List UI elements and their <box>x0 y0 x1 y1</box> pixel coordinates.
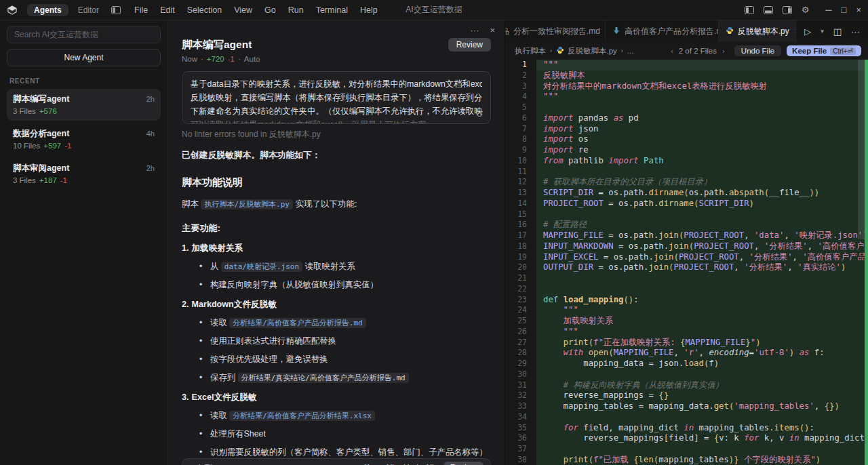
agent-name: 脚本编写agent <box>13 94 69 105</box>
editor-tab[interactable]: 品分析一致性审阅报告.md● <box>505 20 606 42</box>
toggle-left-panel-icon[interactable] <box>745 6 754 14</box>
editor-actions: ▷▾◫··· <box>796 20 868 42</box>
chat-title: 脚本编写agent <box>182 38 252 52</box>
line-content: print(f"正在加载映射关系: {MAPPING_FILE}") <box>536 338 868 348</box>
layout-panel-icon[interactable] <box>111 6 121 14</box>
editor-more-icon[interactable]: ··· <box>851 26 860 37</box>
recent-agent-item[interactable]: 数据分析agent4h10 Files+597-1 <box>7 123 161 155</box>
next-file-icon[interactable]: › <box>722 47 725 55</box>
code-line: 12# 获取脚本所在目录的父目录（项目根目录） <box>505 177 868 188</box>
review-button[interactable]: Review <box>448 38 491 52</box>
line-number: 32 <box>505 390 536 401</box>
editor-tab[interactable]: 高价值客户产品分析报告.md <box>606 20 719 42</box>
settings-gear-icon[interactable]: ⚙ <box>802 5 810 15</box>
breadcrumb-item[interactable]: ... <box>627 47 634 55</box>
line-content: # 获取脚本所在目录的父目录（项目根目录） <box>536 177 868 188</box>
bullet-dot: • <box>199 317 210 329</box>
recent-agent-item[interactable]: 脚本审阅agent2h3 Files+187-1 <box>7 158 161 190</box>
menu-selection[interactable]: Selection <box>187 5 222 15</box>
line-content: 加载映射关系 <box>536 316 868 327</box>
line-number: 1 <box>505 60 536 70</box>
menu-edit[interactable]: Edit <box>160 5 175 15</box>
feature-item: 1.加载映射关系•从 data/映射记录.json 读取映射关系•构建反向映射字… <box>182 243 491 291</box>
run-file-icon[interactable]: ▷ <box>804 26 811 37</box>
feature-bullet: •使用正则表达式进行精确匹配替换 <box>199 336 491 347</box>
editor-scrollbar[interactable] <box>858 60 865 239</box>
line-content: import pandas as pd <box>536 113 868 124</box>
chat-bottom: › 1 File Keep All Undo All Review ∞ Agen… <box>182 458 491 465</box>
line-content: mapping_tables = mapping_data.get('mappi… <box>536 401 868 412</box>
line-content: with open(MAPPING_FILE, 'r', encoding='u… <box>536 348 868 359</box>
new-agent-button[interactable]: New Agent <box>7 49 161 66</box>
search-input[interactable] <box>7 26 161 43</box>
keep-file-shortcut: Ctrl+⏎ <box>830 47 856 55</box>
line-content <box>536 412 868 423</box>
menu-run[interactable]: Run <box>288 5 304 15</box>
agent-chat-panel: ··· × 脚本编写agent Review Now· +720 -1· Aut… <box>168 20 505 465</box>
line-number: 23 <box>505 295 536 306</box>
feature-item: 3.Excel文件反脱敏•读取 分析结果/高价值客户产品分析结果.xlsx•处理… <box>182 392 491 458</box>
line-number: 9 <box>505 145 536 156</box>
line-content <box>536 102 868 113</box>
code-line: 36 reverse_mappings[field] = {v: k for k… <box>505 433 868 444</box>
menu-view[interactable]: View <box>234 5 252 15</box>
line-content: for field, mapping_dict in mapping_table… <box>536 423 868 434</box>
line-content: """ <box>536 327 868 338</box>
restore-message-icon[interactable]: ↺ <box>476 109 484 119</box>
bullet-dot: • <box>199 372 210 384</box>
keep-file-button[interactable]: Keep File Ctrl+⏎ <box>787 45 861 56</box>
recent-agent-item[interactable]: 脚本编写agent2h3 Files+576 <box>7 89 161 121</box>
linter-note: No linter errors found in 反脱敏脚本.py <box>182 129 491 140</box>
agent-stats: 10 Files+597-1 <box>13 142 155 150</box>
tab-label: 反脱敏脚本.py <box>738 26 789 37</box>
code-line: 13SCRIPT_DIR = os.path.dirname(os.path.a… <box>505 188 868 199</box>
breadcrumb-item[interactable]: 执行脚本 <box>515 46 546 56</box>
maximize-button[interactable]: □ <box>842 5 847 15</box>
breadcrumb-separator: › <box>621 47 623 54</box>
menu-terminal[interactable]: Terminal <box>316 5 348 15</box>
run-dropdown-icon[interactable]: ▾ <box>821 28 824 35</box>
bullet-dot: • <box>199 261 210 272</box>
features-heading: 主要功能: <box>182 222 491 235</box>
line-number: 15 <box>505 209 536 220</box>
code-line: 24 """ <box>505 305 868 316</box>
breadcrumb-separator: › <box>550 47 552 54</box>
review-files-button[interactable]: Review <box>443 462 484 465</box>
code-line: 4""" <box>505 92 868 102</box>
menu-help[interactable]: Help <box>360 5 378 15</box>
menu-file[interactable]: File <box>134 5 148 15</box>
prev-file-icon[interactable]: ‹ <box>671 47 673 55</box>
line-content: reverse_mappings = {} <box>536 390 868 401</box>
more-options-icon[interactable]: ··· <box>470 25 479 35</box>
undo-file-button[interactable]: Undo File <box>734 45 781 56</box>
line-content: OUTPUT_DIR = os.path.join(PROJECT_ROOT, … <box>536 262 868 273</box>
menu-go[interactable]: Go <box>264 5 276 15</box>
diff-removed: -1 <box>228 55 235 63</box>
feature-name: 加载映射关系 <box>192 243 243 253</box>
line-number: 12 <box>505 177 536 188</box>
line-content: INPUT_MARKDOWN = os.path.join(PROJECT_RO… <box>536 241 868 252</box>
close-button[interactable]: × <box>856 5 861 15</box>
tab-agents[interactable]: Agents <box>27 4 68 16</box>
script-path-line: 脚本 执行脚本/反脱敏脚本.py 实现了以下功能: <box>182 199 491 210</box>
bullet-text: 读取 分析结果/高价值客户产品分析报告.md <box>210 317 366 329</box>
diff-removed: -1 <box>60 176 67 184</box>
toggle-right-panel-icon[interactable] <box>783 6 792 14</box>
line-content: SCRIPT_DIR = os.path.dirname(os.path.abs… <box>536 188 868 199</box>
files-count: 10 Files <box>13 142 40 150</box>
breadcrumb-item[interactable]: 反脱敏脚本.py <box>556 46 617 56</box>
tab-editor[interactable]: Editor <box>78 5 99 15</box>
code-line: 7import json <box>505 124 868 135</box>
line-content: import re <box>536 145 868 156</box>
python-file-icon <box>726 26 734 37</box>
close-chat-icon[interactable]: × <box>490 25 495 35</box>
minimize-button[interactable]: ─ <box>825 5 831 15</box>
toggle-bottom-panel-icon[interactable] <box>764 6 773 14</box>
editor-tab[interactable]: 反脱敏脚本.py× <box>719 20 796 42</box>
line-number: 3 <box>505 81 536 92</box>
code-editor[interactable]: 1"""2反脱敏脚本3对分析结果中的markdown文档和excel表格进行反脱… <box>505 60 868 465</box>
user-message-box[interactable]: 基于data目录下的映射关系，进行反脱敏，对分析结果中的markdown文档和e… <box>182 71 491 124</box>
split-editor-icon[interactable]: ◫ <box>833 26 842 37</box>
code-line: 19INPUT_EXCEL = os.path.join(PROJECT_ROO… <box>505 252 868 263</box>
feature-bullet: •从 data/映射记录.json 读取映射关系 <box>199 261 491 272</box>
